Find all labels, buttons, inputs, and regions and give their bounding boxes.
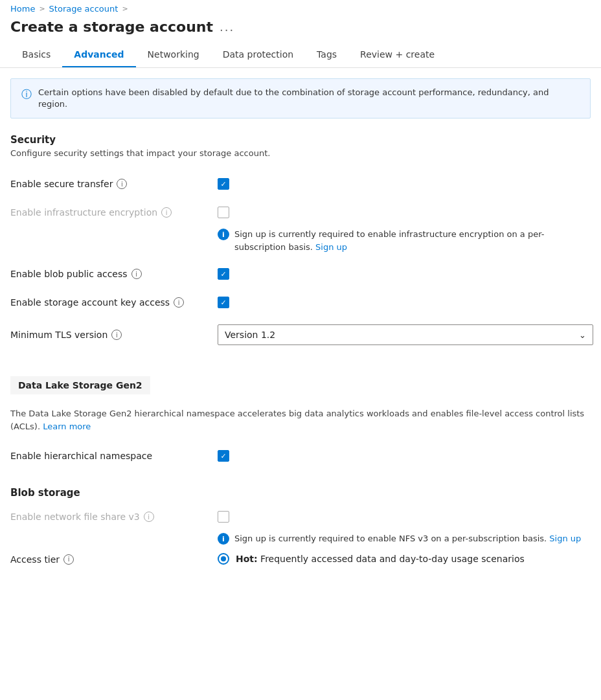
- data-lake-learn-more-link[interactable]: Learn more: [43, 422, 91, 431]
- security-section-desc: Configure security settings that impact …: [10, 148, 591, 158]
- enable-nfs-v3-checkbox-empty: [218, 511, 229, 523]
- enable-nfs-v3-row: Enable network file share v3 i: [10, 504, 591, 530]
- check-icon-4: ✓: [220, 453, 226, 460]
- enable-infrastructure-encryption-checkbox-empty: [218, 207, 229, 218]
- check-icon-3: ✓: [220, 299, 226, 306]
- nfs-v3-signup-link[interactable]: Sign up: [549, 534, 581, 543]
- data-lake-section-title: Data Lake Storage Gen2: [18, 380, 142, 390]
- tab-basics[interactable]: Basics: [10, 43, 62, 67]
- enable-blob-public-access-info-icon[interactable]: i: [131, 269, 142, 279]
- minimum-tls-version-row: Minimum TLS version i Version 1.2 ⌄: [10, 322, 591, 348]
- enable-secure-transfer-checkbox-checked[interactable]: ✓: [218, 178, 229, 190]
- tab-data-protection[interactable]: Data protection: [211, 43, 305, 67]
- info-banner-icon: ⓘ: [21, 87, 32, 102]
- enable-storage-account-key-access-label: Enable storage account key access i: [10, 297, 218, 308]
- content-area: ⓘ Certain options have been disabled by …: [0, 68, 601, 597]
- nfs-v3-info: i Sign up is currently required to enabl…: [218, 532, 591, 545]
- enable-infrastructure-encryption-label: Enable infrastructure encryption i: [10, 207, 218, 218]
- enable-hierarchical-namespace-checkbox[interactable]: ✓: [218, 450, 229, 462]
- infrastructure-encryption-signup-link[interactable]: Sign up: [315, 242, 347, 252]
- access-tier-hot-label: Hot: Frequently accessed data and day-to…: [236, 554, 525, 564]
- breadcrumb-sep2: >: [122, 5, 128, 13]
- page-title: Create a storage account: [10, 19, 213, 35]
- tab-networking[interactable]: Networking: [136, 43, 211, 67]
- breadcrumb: Home > Storage account >: [0, 0, 601, 16]
- enable-hierarchical-namespace-row: Enable hierarchical namespace ✓: [10, 443, 591, 469]
- enable-secure-transfer-info-icon[interactable]: i: [117, 179, 127, 189]
- minimum-tls-version-value: Version 1.2: [225, 330, 275, 340]
- access-tier-options: Hot: Frequently accessed data and day-to…: [218, 553, 525, 569]
- check-icon-2: ✓: [220, 271, 226, 278]
- access-tier-info-icon[interactable]: i: [63, 554, 74, 565]
- enable-blob-public-access-label: Enable blob public access i: [10, 269, 218, 279]
- breadcrumb-storage-account[interactable]: Storage account: [49, 4, 119, 14]
- breadcrumb-sep1: >: [39, 5, 45, 13]
- minimum-tls-version-label: Minimum TLS version i: [10, 330, 218, 340]
- enable-blob-public-access-checkbox-checked[interactable]: ✓: [218, 268, 229, 280]
- enable-blob-public-access-checkbox[interactable]: ✓: [218, 268, 229, 280]
- info-banner: ⓘ Certain options have been disabled by …: [10, 78, 591, 119]
- minimum-tls-version-dropdown[interactable]: Version 1.2 ⌄: [218, 324, 593, 345]
- enable-infrastructure-encryption-row: Enable infrastructure encryption i: [10, 199, 591, 225]
- tab-tags[interactable]: Tags: [305, 43, 348, 67]
- access-tier-label: Access tier i: [10, 553, 218, 565]
- nfs-info-dot: i: [218, 533, 229, 545]
- infrastructure-encryption-info: i Sign up is currently required to enabl…: [218, 228, 591, 253]
- infrastructure-info-dot: i: [218, 229, 229, 240]
- enable-infrastructure-encryption-info-icon[interactable]: i: [161, 207, 172, 218]
- security-section-title: Security: [10, 134, 591, 146]
- data-lake-subsection-header: Data Lake Storage Gen2: [10, 376, 150, 394]
- nfs-v3-signup-text: Sign up is currently required to enable …: [234, 532, 581, 545]
- tab-advanced[interactable]: Advanced: [62, 43, 135, 67]
- enable-secure-transfer-checkbox[interactable]: ✓: [218, 178, 229, 190]
- access-tier-hot-radio[interactable]: [218, 553, 229, 565]
- enable-secure-transfer-label: Enable secure transfer i: [10, 179, 218, 189]
- enable-nfs-v3-info-icon[interactable]: i: [144, 512, 154, 522]
- access-tier-row: Access tier i Hot: Frequently accessed d…: [10, 553, 591, 579]
- enable-nfs-v3-label: Enable network file share v3 i: [10, 512, 218, 522]
- enable-nfs-v3-checkbox: [218, 511, 229, 523]
- enable-blob-public-access-row: Enable blob public access i ✓: [10, 261, 591, 287]
- access-tier-hot-row: Hot: Frequently accessed data and day-to…: [218, 553, 525, 565]
- blob-storage-section-title: Blob storage: [10, 487, 591, 499]
- data-lake-section-desc: The Data Lake Storage Gen2 hierarchical …: [10, 407, 591, 433]
- enable-infrastructure-encryption-checkbox: [218, 207, 229, 218]
- check-icon: ✓: [220, 181, 226, 188]
- chevron-down-icon: ⌄: [579, 330, 586, 340]
- enable-secure-transfer-row: Enable secure transfer i ✓: [10, 171, 591, 197]
- enable-storage-account-key-access-checkbox-checked[interactable]: ✓: [218, 297, 229, 308]
- infrastructure-encryption-signup-text: Sign up is currently required to enable …: [234, 228, 591, 253]
- enable-storage-account-key-access-row: Enable storage account key access i ✓: [10, 289, 591, 315]
- breadcrumb-home[interactable]: Home: [10, 4, 35, 14]
- minimum-tls-version-info-icon[interactable]: i: [111, 330, 122, 340]
- enable-hierarchical-namespace-label: Enable hierarchical namespace: [10, 451, 218, 461]
- tab-review-create[interactable]: Review + create: [348, 43, 446, 67]
- page-menu-button[interactable]: ...: [220, 20, 234, 34]
- page-title-row: Create a storage account ...: [0, 16, 601, 43]
- minimum-tls-version-dropdown-container: Version 1.2 ⌄: [218, 324, 591, 345]
- radio-inner-hot: [221, 556, 226, 561]
- enable-storage-account-key-access-info-icon[interactable]: i: [174, 297, 184, 308]
- tabs-bar: Basics Advanced Networking Data protecti…: [0, 43, 601, 68]
- info-banner-text: Certain options have been disabled by de…: [38, 87, 580, 110]
- enable-hierarchical-namespace-checkbox-checked[interactable]: ✓: [218, 450, 229, 462]
- enable-storage-account-key-access-checkbox[interactable]: ✓: [218, 297, 229, 308]
